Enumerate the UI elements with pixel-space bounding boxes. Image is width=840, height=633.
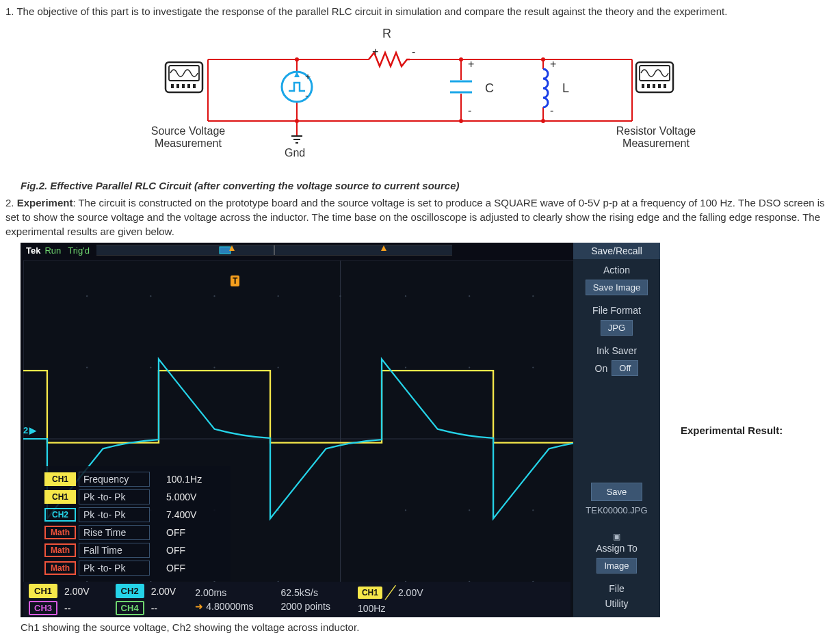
svg-rect-37	[176, 84, 179, 88]
svg-point-18	[459, 119, 463, 123]
readout-label: Pk -to- Pk	[79, 561, 150, 576]
svg-point-61	[339, 295, 341, 297]
rising-edge-icon: ╱	[385, 585, 396, 600]
oscilloscope-screen: Tek Run Trig'd ⋰ ⊹ ▢	[21, 243, 660, 617]
scope-bottom-bar: CH12.00V CH3-- CH22.00V CH4-- 2.00ms ➜4.…	[23, 582, 570, 617]
readout-tag: CH1	[44, 472, 76, 486]
readout-row: MathPk -to- PkOFF	[44, 559, 228, 577]
utility-softkey[interactable]: Utility	[573, 598, 660, 609]
readout-value: OFF	[166, 545, 228, 556]
resistor-measurement-label: Resistor Voltage Measurement	[612, 125, 700, 150]
measurement-readouts: CH1Frequency100.1Hz CH1Pk -to- Pk5.000V …	[42, 466, 231, 581]
channel-description: Ch1 showing the source voltage, Ch2 show…	[21, 621, 835, 633]
svg-point-68	[213, 366, 215, 368]
ch2-chip[interactable]: CH2	[116, 584, 144, 598]
menu-ink-label: Ink Saver	[573, 345, 660, 356]
save-image-button[interactable]: Save Image	[586, 280, 648, 295]
run-status: Run	[44, 245, 61, 256]
format-jpg-button[interactable]: JPG	[601, 320, 633, 336]
menu-format-label: File Format	[573, 305, 660, 316]
svg-point-17	[459, 57, 463, 62]
ch1-scale: 2.00V	[64, 586, 90, 597]
trigger-level: 2.00V	[398, 587, 423, 598]
svg-point-62	[405, 295, 406, 297]
svg-rect-43	[642, 84, 644, 88]
save-button[interactable]: Save	[591, 483, 643, 501]
svg-point-16	[295, 119, 299, 123]
ink-on-option[interactable]: On	[595, 363, 608, 374]
svg-text:-: -	[550, 105, 553, 116]
readout-row: CH1Pk -to- Pk5.000V	[44, 488, 228, 506]
scope-topbar: Tek Run Trig'd ⋰ ⊹ ▢	[21, 243, 660, 258]
svg-point-66	[86, 366, 88, 368]
trigger-source-chip[interactable]: CH1	[358, 587, 382, 599]
readout-value: 100.1Hz	[166, 474, 228, 485]
readout-label: Frequency	[79, 472, 150, 487]
svg-point-69	[277, 366, 278, 368]
readout-value: 5.000V	[166, 491, 228, 502]
readout-row: CH1Frequency100.1Hz	[44, 470, 228, 488]
experimental-result-label: Experimental Result:	[681, 425, 783, 436]
ch4-chip[interactable]: CH4	[116, 601, 144, 615]
trigger-t-marker: T	[231, 275, 239, 286]
svg-rect-40	[193, 84, 196, 88]
svg-point-63	[469, 295, 470, 297]
svg-text:+: +	[550, 58, 556, 70]
svg-point-15	[295, 57, 299, 62]
readout-row: MathRise TimeOFF	[44, 524, 228, 541]
readout-tag: Math	[44, 561, 76, 575]
svg-rect-46	[658, 84, 661, 88]
assign-to-label: Assign To	[573, 543, 660, 554]
disk-icon: ▣	[573, 532, 660, 541]
ch2-zero-marker: 2	[23, 425, 36, 435]
svg-rect-38	[182, 84, 185, 88]
svg-point-70	[405, 366, 406, 368]
readout-tag: CH1	[44, 490, 76, 504]
svg-text:-: -	[305, 90, 309, 101]
inductor-label: L	[562, 81, 569, 96]
ch3-chip[interactable]: CH3	[29, 601, 57, 615]
ch3-scale: --	[64, 603, 70, 614]
resistor-label: R	[382, 27, 391, 41]
svg-point-71	[469, 366, 470, 368]
experiment-label: Experiment	[17, 197, 73, 208]
ground-label: Gnd	[285, 147, 305, 159]
svg-rect-45	[653, 84, 655, 88]
tek-logo: Tek	[26, 245, 40, 256]
svg-point-67	[150, 366, 151, 368]
delay-value: 4.80000ms	[206, 601, 253, 612]
svg-text:+: +	[305, 71, 311, 82]
item1-text: 1. The objective of this part is to inve…	[5, 4, 835, 18]
waveform-plot: T 2 CH1Frequency100.1Hz CH1Pk -to- Pk5.0…	[23, 260, 657, 617]
readout-row: MathFall TimeOFF	[44, 541, 228, 559]
circuit-diagram: + - + - + - + -	[5, 25, 835, 176]
source-measurement-label: Source Voltage Measurement	[150, 125, 226, 150]
readout-value: 7.400V	[166, 509, 228, 520]
item2-number: 2.	[5, 197, 17, 208]
readout-tag: Math	[44, 526, 76, 539]
ch1-chip[interactable]: CH1	[29, 584, 57, 598]
file-softkey[interactable]: File	[573, 583, 660, 594]
readout-label: Fall Time	[79, 543, 150, 558]
readout-label: Pk -to- Pk	[79, 507, 150, 522]
sample-rate: 62.5kS/s	[281, 587, 330, 598]
save-recall-menu: Save/Recall Action Save Image File Forma…	[573, 243, 660, 617]
capacitor-label: C	[485, 81, 494, 96]
svg-point-58	[150, 295, 151, 297]
readout-row: CH2Pk -to- Pk7.400V	[44, 506, 228, 524]
svg-text:-: -	[468, 105, 471, 116]
svg-point-79	[469, 509, 470, 511]
assign-image-button[interactable]: Image	[596, 558, 636, 574]
svg-rect-39	[187, 84, 190, 88]
readout-label: Pk -to- Pk	[79, 489, 150, 504]
svg-point-57	[86, 295, 88, 297]
ink-off-option[interactable]: Off	[612, 360, 638, 376]
svg-text:+: +	[372, 46, 378, 57]
figure-caption: Fig.2. Effective Parallel RLC Circuit (a…	[21, 180, 835, 191]
ch4-scale: --	[151, 603, 157, 614]
svg-rect-36	[171, 84, 174, 88]
timebase-value: 2.00ms	[195, 587, 253, 598]
svg-point-19	[541, 57, 545, 62]
svg-point-80	[532, 509, 534, 511]
save-filename: TEK00000.JPG	[573, 505, 660, 515]
